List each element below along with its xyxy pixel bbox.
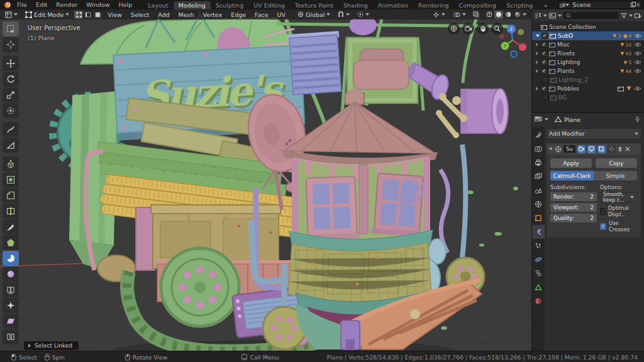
tab-tool[interactable] — [532, 128, 545, 142]
modifier-name-field[interactable]: Su — [564, 145, 575, 153]
editor-type-icon[interactable] — [535, 13, 541, 19]
tool-edge-slide[interactable] — [3, 282, 19, 297]
uv-smooth-dropdown[interactable]: Smooth, keep c... — [600, 192, 637, 202]
menu-vertex[interactable]: Vertex — [200, 11, 226, 18]
outliner-row-rivets[interactable]: ✓ Rivets 93 — [532, 49, 644, 58]
tab-shading[interactable]: Shading — [338, 1, 373, 9]
outliner-row-lighting2[interactable]: ✓ Lighting_2 — [532, 75, 644, 84]
outliner-row-pebbles[interactable]: ✓ Pebbles — [532, 84, 644, 93]
outliner-row-plants[interactable]: ✓ Plants 44 — [532, 67, 644, 75]
tool-spin[interactable] — [3, 251, 19, 266]
outliner-row-bg[interactable]: ✓ BG — [532, 93, 644, 102]
transform-orientation-selector[interactable]: Global — [295, 11, 333, 19]
copy-button[interactable]: Copy — [596, 158, 637, 168]
menu-edge[interactable]: Edge — [228, 11, 249, 18]
menu-uv[interactable]: UV — [274, 11, 289, 18]
menu-mesh[interactable]: Mesh — [175, 11, 197, 18]
eye-icon[interactable] — [634, 60, 641, 65]
eye-icon[interactable] — [634, 86, 641, 91]
tool-select-box[interactable] — [3, 21, 19, 36]
eye-icon[interactable] — [634, 42, 641, 47]
tool-rip-region[interactable] — [3, 329, 19, 344]
navigation-gizmo[interactable]: Z Y — [494, 23, 532, 59]
tab-scene[interactable] — [532, 184, 545, 197]
tool-annotate[interactable] — [3, 122, 19, 137]
editor-type-icon[interactable] — [535, 116, 542, 123]
xray-toggle-button[interactable] — [472, 11, 480, 19]
tab-particles[interactable] — [532, 239, 545, 253]
tool-move[interactable] — [3, 56, 19, 71]
mode-selector[interactable]: Edit Mode — [23, 11, 72, 19]
outliner-root[interactable]: Scene Collection — [532, 23, 644, 31]
snap-button[interactable] — [335, 11, 352, 19]
tool-scale[interactable] — [3, 87, 19, 102]
modifier-move-up-button[interactable] — [618, 146, 622, 149]
tool-transform[interactable] — [3, 103, 19, 118]
modifier-editmode-toggle[interactable] — [597, 145, 606, 153]
overlays-toggle-button[interactable] — [451, 11, 469, 19]
proportional-editing-button[interactable] — [355, 11, 372, 19]
tab-object-data[interactable] — [532, 280, 545, 294]
shading-rendered-button[interactable] — [513, 11, 522, 19]
scene-selector[interactable]: Scene — [558, 1, 642, 9]
tool-loop-cut[interactable] — [3, 204, 19, 219]
tool-bevel[interactable] — [3, 188, 19, 203]
vertex-select-button[interactable] — [74, 11, 83, 19]
new-collection-icon[interactable] — [635, 13, 641, 19]
tool-inset-faces[interactable] — [3, 172, 19, 187]
operator-panel[interactable]: Select Linked — [24, 341, 79, 350]
pin-icon[interactable] — [635, 116, 640, 123]
menu-face[interactable]: Face — [252, 11, 271, 18]
menu-render[interactable]: Render — [52, 1, 82, 8]
modifier-close-icon[interactable] — [625, 146, 630, 151]
modifier-viewport-toggle[interactable] — [587, 145, 596, 153]
grid-toggle-button[interactable] — [448, 23, 460, 35]
tool-smooth[interactable] — [3, 266, 19, 282]
tab-scripting[interactable]: Scripting — [501, 1, 538, 9]
tab-modifiers[interactable] — [532, 225, 545, 239]
apply-button[interactable]: Apply — [550, 158, 592, 168]
edge-select-button[interactable] — [84, 11, 92, 19]
tab-view-layer[interactable] — [532, 170, 545, 184]
tool-extrude-region[interactable] — [3, 156, 19, 172]
menu-file[interactable]: File — [13, 1, 31, 8]
close-icon[interactable] — [636, 3, 640, 7]
modifier-render-toggle[interactable] — [577, 145, 586, 153]
outliner-row-misc[interactable]: ✓ Misc 10 — [532, 40, 644, 49]
tool-measure[interactable] — [3, 138, 19, 153]
tab-sculpting[interactable]: Sculpting — [211, 1, 248, 9]
menu-edit[interactable]: Edit — [31, 1, 52, 8]
outliner-row-lighting[interactable]: ✓ Lighting 5 — [532, 58, 644, 67]
tab-compositing[interactable]: Compositing — [454, 1, 502, 9]
face-select-button[interactable] — [93, 11, 102, 19]
camera-view-button[interactable] — [462, 23, 474, 35]
tab-render[interactable] — [532, 142, 545, 156]
tab-uv-editing[interactable]: UV Editing — [248, 1, 290, 9]
gizmo-toggle-button[interactable] — [430, 11, 448, 19]
blender-logo-icon[interactable] — [4, 1, 11, 9]
tab-object[interactable] — [532, 211, 545, 225]
menu-view[interactable]: View — [104, 11, 125, 18]
tool-poly-build[interactable] — [3, 235, 19, 250]
tab-texture-paint[interactable]: Texture Paint — [290, 1, 338, 9]
eye-icon[interactable] — [634, 33, 641, 38]
tab-material[interactable] — [532, 294, 545, 308]
tab-layout[interactable]: Layout — [143, 1, 173, 9]
modifier-move-down-button[interactable] — [618, 150, 622, 152]
shading-wireframe-button[interactable] — [485, 11, 494, 19]
shading-solid-button[interactable] — [494, 11, 503, 19]
editor-type-button[interactable] — [3, 11, 20, 19]
viewport-subdivisions-field[interactable]: Viewport:2 — [550, 203, 597, 212]
simple-button[interactable]: Simple — [594, 171, 637, 180]
menu-help[interactable]: Help — [114, 1, 137, 8]
optimal-display-checkbox[interactable]: Optimal Displ.. — [600, 205, 637, 217]
tab-rendering[interactable]: Rendering — [413, 1, 454, 9]
add-modifier-dropdown[interactable]: Add Modifier — [546, 128, 641, 140]
menu-window[interactable]: Window — [82, 1, 114, 8]
use-creases-checkbox[interactable]: ✓Use Creases — [600, 220, 637, 233]
modifier-cage-toggle[interactable] — [608, 145, 616, 153]
tab-animation[interactable]: Animation — [373, 1, 413, 9]
display-mode-icon[interactable] — [549, 13, 556, 19]
outliner-row-subd[interactable]: ✓ SubD 3 9 — [532, 31, 644, 40]
new-scene-icon[interactable] — [631, 2, 636, 8]
